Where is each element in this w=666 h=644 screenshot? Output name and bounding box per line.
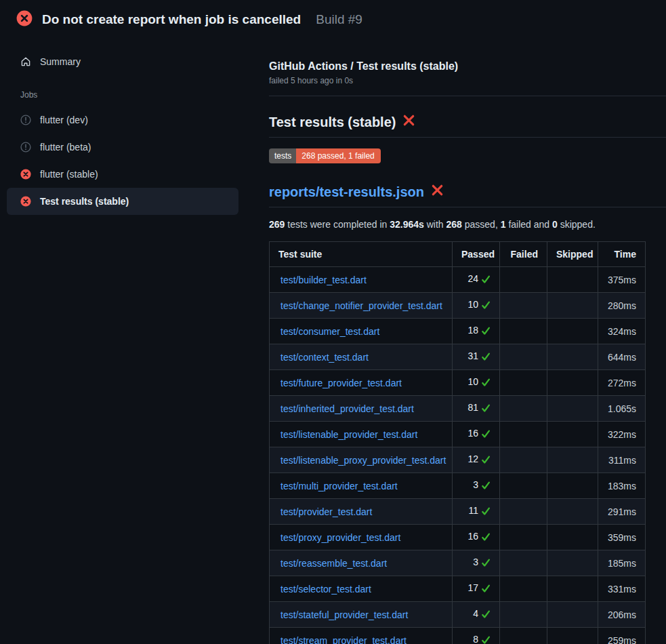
time-cell: 1.065s [598,396,646,422]
time-cell: 259ms [598,628,646,644]
test-suite-link[interactable]: test/selector_test.dart [280,584,371,595]
passed-cell: 81 [453,396,500,422]
failed-cell [500,628,547,644]
test-suite-link[interactable]: test/change_notifier_provider_test.dart [280,300,442,311]
divider [269,96,666,96]
table-row: test/proxy_provider_test.dart16359ms [270,525,646,550]
report-file-link[interactable]: reports/test-results.json [269,184,424,200]
sidebar-item-summary[interactable]: Summary [7,48,238,75]
table-row: test/listenable_provider_test.dart16322m… [270,422,646,447]
test-suite-link[interactable]: test/builder_test.dart [280,275,367,285]
check-icon [481,583,491,597]
section-title: Test results (stable) [269,114,666,138]
skipped-cell [547,499,598,525]
check-icon [481,428,491,442]
section-title-text: Test results (stable) [269,115,396,130]
skipped-cell [547,319,598,344]
job-report-main: GitHub Actions / Test results (stable) f… [269,39,666,644]
test-suite-cell: test/listenable_provider_test.dart [270,422,453,447]
check-icon [481,531,491,545]
skipped-cell [547,550,598,576]
test-suite-link[interactable]: test/consumer_test.dart [280,326,379,337]
check-run-header: Do not create report when job is cancell… [0,0,666,39]
test-suite-link[interactable]: test/proxy_provider_test.dart [280,532,400,543]
skipped-cell [547,473,598,499]
column-header-test-suite: Test suite [270,242,453,267]
sidebar-summary-label: Summary [40,56,81,67]
column-header-failed: Failed [500,242,547,267]
summary-segment: 268 [446,219,462,230]
badge-value: 268 passed, 1 failed [296,148,380,163]
skipped-cell [547,422,598,447]
failed-cell [500,319,547,344]
job-status-line: failed 5 hours ago in 0s [269,76,666,85]
failed-cell [500,525,547,550]
passed-cell: 4 [453,602,500,628]
test-suite-link[interactable]: test/inherited_provider_test.dart [280,403,414,414]
test-suite-link[interactable]: test/stream_provider_test.dart [280,635,407,644]
column-header-passed: Passed [453,242,500,267]
time-cell: 375ms [598,267,646,293]
alert-circle-icon [20,142,31,153]
failed-cell [500,344,547,370]
sidebar-item-label: flutter (beta) [40,142,91,153]
test-suite-link[interactable]: test/listenable_provider_test.dart [280,429,417,440]
summary-segment: 269 [269,219,285,230]
column-header-time: Time [598,242,646,267]
failed-cell [500,396,547,422]
jobs-section-label: Jobs [20,90,269,100]
test-suite-cell: test/inherited_provider_test.dart [270,396,453,422]
check-icon [481,635,491,644]
test-suite-cell: test/consumer_test.dart [270,319,453,344]
badge-label: tests [269,148,296,163]
sidebar-item-test-results-stable[interactable]: Test results (stable) [7,188,238,215]
sidebar-item-flutter-stable[interactable]: flutter (stable) [7,161,238,188]
report-file-heading: reports/test-results.json [269,184,666,207]
test-suite-link[interactable]: test/multi_provider_test.dart [280,481,398,491]
time-cell: 291ms [598,499,646,525]
time-cell: 280ms [598,293,646,319]
table-header-row: Test suitePassedFailedSkippedTime [270,242,646,267]
test-suite-cell: test/reassemble_test.dart [270,550,453,576]
table-row: test/context_test.dart31644ms [270,344,646,370]
table-row: test/reassemble_test.dart3185ms [270,550,646,576]
time-cell: 183ms [598,473,646,499]
passed-cell: 10 [453,370,500,396]
passed-cell: 10 [453,293,500,319]
table-row: test/provider_test.dart11291ms [270,499,646,525]
test-suite-cell: test/stateful_provider_test.dart [270,602,453,628]
test-suite-link[interactable]: test/reassemble_test.dart [280,558,387,569]
failed-cell [500,576,547,602]
skipped-cell [547,628,598,644]
check-icon [481,506,491,519]
github-checks-page: Do not create report when job is cancell… [0,0,666,644]
sidebar-item-label: flutter (stable) [40,169,98,180]
skipped-cell [547,344,598,370]
test-suite-link[interactable]: test/stateful_provider_test.dart [280,609,408,620]
summary-segment: passed, [462,219,501,230]
x-circle-icon [20,196,31,207]
breadcrumb: GitHub Actions / Test results (stable) [269,60,666,73]
test-suite-link[interactable]: test/context_test.dart [280,352,369,363]
skipped-cell [547,370,598,396]
time-cell: 644ms [598,344,646,370]
check-icon [481,480,491,494]
test-suite-link[interactable]: test/future_provider_test.dart [280,378,402,388]
home-icon [20,56,31,67]
test-suite-link[interactable]: test/listenable_proxy_provider_test.dart [280,455,446,466]
test-suite-cell: test/provider_test.dart [270,499,453,525]
summary-segment: 1 [501,219,506,230]
test-suite-cell: test/listenable_proxy_provider_test.dart [270,447,453,473]
skipped-cell [547,576,598,602]
time-cell: 272ms [598,370,646,396]
table-row: test/future_provider_test.dart10272ms [270,370,646,396]
failed-cell [500,293,547,319]
summary-segment: skipped. [558,219,596,230]
sidebar-item-flutter-dev[interactable]: flutter (dev) [7,106,238,134]
check-icon [481,403,491,416]
check-icon [481,454,491,468]
test-suite-link[interactable]: test/provider_test.dart [280,506,372,517]
sidebar-item-flutter-beta[interactable]: flutter (beta) [7,134,238,161]
test-suite-cell: test/builder_test.dart [270,267,453,293]
time-cell: 322ms [598,422,646,447]
